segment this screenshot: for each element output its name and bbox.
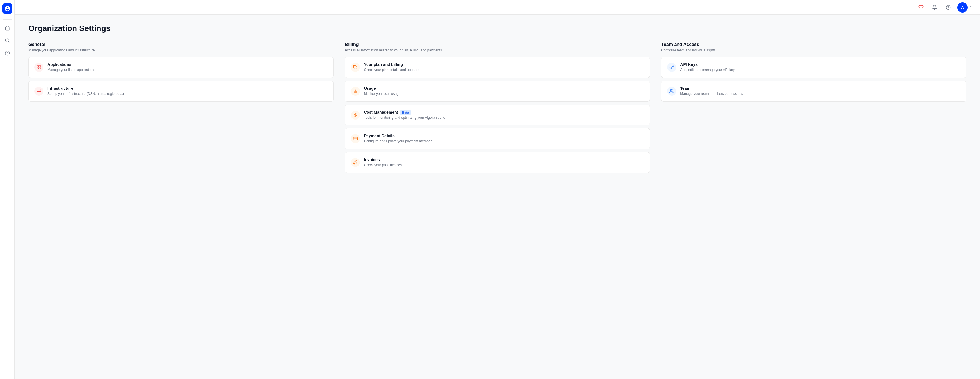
section-title-general: General [29, 42, 334, 47]
team-icon [667, 86, 676, 96]
cost-management-desc: Tools for monitoring and optimizing your… [364, 115, 445, 120]
section-header-general: General Manage your applications and inf… [29, 42, 334, 52]
section-team-access: Team and Access Configure team and indiv… [661, 42, 966, 102]
section-subtitle-general: Manage your applications and infrastruct… [29, 48, 334, 52]
team-text: Team Manage your team members permission… [680, 86, 743, 96]
svg-rect-11 [37, 91, 41, 93]
section-subtitle-team-access: Configure team and individual rights [661, 48, 966, 52]
payment-details-icon [351, 134, 360, 143]
section-header-billing: Billing Access all information related t… [345, 42, 650, 52]
card-payment-details[interactable]: Payment Details Configure and update you… [345, 128, 650, 149]
topbar: A [15, 0, 980, 15]
invoices-icon [351, 158, 360, 167]
user-menu[interactable]: A [957, 2, 973, 13]
section-subtitle-billing: Access all information related to your p… [345, 48, 650, 52]
sidebar-item-search[interactable] [2, 35, 13, 46]
card-team[interactable]: Team Manage your team members permission… [661, 81, 966, 102]
heart-icon[interactable] [916, 3, 926, 12]
plan-billing-title: Your plan and billing [364, 62, 419, 67]
applications-desc: Manage your list of applications [48, 68, 95, 72]
invoices-title: Invoices [364, 157, 402, 162]
svg-rect-10 [37, 89, 41, 91]
section-billing: Billing Access all information related t… [345, 42, 650, 173]
section-title-billing: Billing [345, 42, 650, 47]
sidebar-logo[interactable] [2, 3, 13, 14]
sections-grid: General Manage your applications and inf… [29, 42, 966, 173]
page-title: Organization Settings [29, 24, 966, 33]
avatar: A [957, 2, 967, 13]
payment-details-desc: Configure and update your payment method… [364, 139, 433, 144]
invoices-desc: Check your past invoices [364, 163, 402, 168]
main-area: A Organization Settings General Manage y… [15, 0, 980, 379]
section-title-team-access: Team and Access [661, 42, 966, 47]
applications-icon [34, 63, 43, 72]
chevron-down-icon [969, 5, 973, 10]
card-cost-management[interactable]: Cost Management Beta Tools for monitorin… [345, 104, 650, 126]
svg-rect-6 [37, 66, 38, 67]
cost-management-title-row: Cost Management Beta [364, 110, 445, 115]
infrastructure-desc: Set up your infrastructure (DSN, alerts,… [48, 91, 124, 96]
svg-line-1 [8, 42, 9, 42]
svg-rect-19 [353, 137, 358, 140]
plan-billing-icon [351, 63, 360, 72]
cost-management-text: Cost Management Beta Tools for monitorin… [364, 110, 445, 120]
invoices-text: Invoices Check your past invoices [364, 157, 402, 168]
cost-management-title: Cost Management [364, 110, 398, 115]
svg-rect-7 [39, 66, 41, 67]
plan-billing-text: Your plan and billing Check your plan de… [364, 62, 419, 72]
usage-icon [351, 86, 360, 96]
cost-management-icon [351, 110, 360, 120]
plan-billing-desc: Check your plan details and upgrade [364, 68, 419, 72]
infrastructure-text: Infrastructure Set up your infrastructur… [48, 86, 124, 96]
card-infrastructure[interactable]: Infrastructure Set up your infrastructur… [29, 81, 334, 102]
usage-text: Usage Monitor your plan usage [364, 86, 401, 96]
usage-desc: Monitor your plan usage [364, 91, 401, 96]
card-api-keys[interactable]: API Keys Add, edit, and manage your API … [661, 57, 966, 78]
api-keys-title: API Keys [680, 62, 736, 67]
bell-icon[interactable] [930, 3, 939, 12]
applications-title: Applications [48, 62, 95, 67]
applications-text: Applications Manage your list of applica… [48, 62, 95, 72]
payment-details-title: Payment Details [364, 134, 433, 138]
main-content: Organization Settings General Manage you… [15, 15, 980, 379]
sidebar [0, 0, 15, 379]
api-keys-text: API Keys Add, edit, and manage your API … [680, 62, 736, 72]
team-title: Team [680, 86, 743, 91]
card-invoices[interactable]: Invoices Check your past invoices [345, 152, 650, 173]
usage-title: Usage [364, 86, 401, 91]
team-desc: Manage your team members permissions [680, 91, 743, 96]
card-applications[interactable]: Applications Manage your list of applica… [29, 57, 334, 78]
sidebar-item-home[interactable] [2, 23, 13, 33]
svg-point-21 [671, 90, 672, 91]
infrastructure-icon [34, 86, 43, 96]
api-keys-icon [667, 63, 676, 72]
infrastructure-title: Infrastructure [48, 86, 124, 91]
svg-point-0 [5, 38, 9, 42]
section-header-team-access: Team and Access Configure team and indiv… [661, 42, 966, 52]
svg-rect-9 [37, 68, 38, 69]
card-usage[interactable]: Usage Monitor your plan usage [345, 81, 650, 102]
section-general: General Manage your applications and inf… [29, 42, 334, 102]
sidebar-item-hints[interactable] [2, 48, 13, 58]
payment-details-text: Payment Details Configure and update you… [364, 134, 433, 144]
svg-rect-8 [39, 68, 41, 69]
card-plan-billing[interactable]: Your plan and billing Check your plan de… [345, 57, 650, 78]
api-keys-desc: Add, edit, and manage your API keys [680, 68, 736, 72]
help-icon[interactable] [943, 3, 953, 12]
beta-badge: Beta [400, 110, 411, 115]
